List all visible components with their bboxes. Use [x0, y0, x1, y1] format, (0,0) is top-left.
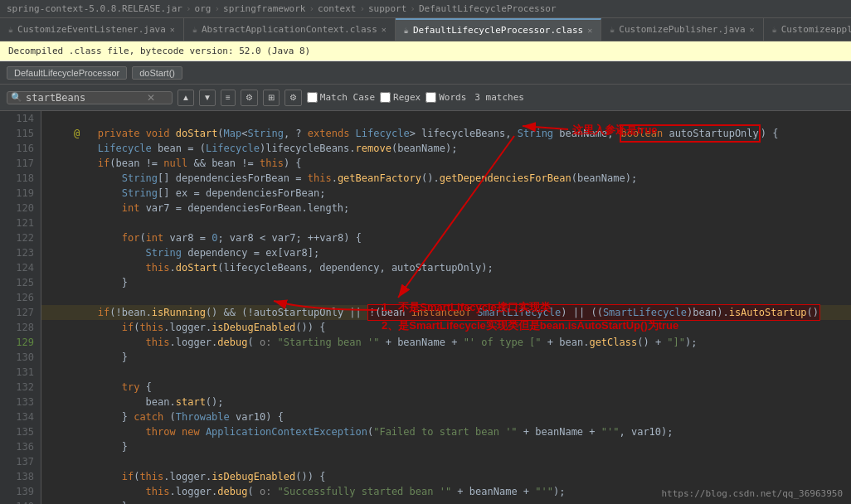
- match-case-group: Match Case: [307, 92, 375, 103]
- search-bar: 🔍 ✕ ▲ ▼ ≡ ⚙ ⊞ ⚙ Match Case Regex Words 3…: [0, 85, 851, 111]
- code-line-139: this.logger.debug( o: "Successfully star…: [41, 484, 851, 499]
- toolbar: DefaultLifecycleProcessor doStart(): [0, 61, 851, 85]
- breadcrumb-item[interactable]: support: [368, 3, 406, 14]
- line-118: 118: [3, 171, 34, 186]
- code-line-123: String dependency = ex[var8];: [41, 245, 851, 260]
- regex-text: Regex: [393, 92, 421, 103]
- line-115: 115: [3, 126, 34, 141]
- code-editor[interactable]: @ private void doStart(Map<String, ? ext…: [41, 111, 851, 504]
- line-130: 130: [3, 350, 34, 365]
- search-input-wrapper: 🔍 ✕: [7, 91, 173, 104]
- code-line-134: } catch (Throwable var10) {: [41, 410, 851, 424]
- tab-label: Customizeapplica...: [781, 24, 851, 35]
- code-line-136: }: [41, 439, 851, 454]
- search-input[interactable]: [26, 92, 142, 104]
- search-filter-button[interactable]: ⊞: [263, 90, 280, 106]
- search-next-button[interactable]: ▼: [199, 90, 216, 106]
- search-prev-button[interactable]: ▲: [177, 90, 194, 106]
- line-123: 123: [3, 245, 34, 260]
- line-120: 120: [3, 201, 34, 216]
- line-140: 140: [3, 499, 34, 504]
- line-122: 122: [3, 230, 34, 245]
- code-line-126: [41, 290, 851, 305]
- regex-checkbox[interactable]: [380, 92, 391, 103]
- match-count: 3 matches: [474, 92, 524, 103]
- line-132: 132: [3, 380, 34, 395]
- breadcrumb-item[interactable]: spring-context-5.0.8.RELEASE.jar: [7, 3, 182, 14]
- line-116: 116: [3, 141, 34, 156]
- java-file-icon: ☕: [8, 25, 13, 34]
- tab-bar: ☕ CustomizeEventListener.java ✕ ☕ Abstra…: [0, 18, 851, 41]
- tab-customize-publisher[interactable]: ☕ CustomizePublisher.java ✕: [601, 18, 763, 41]
- tab-close-icon[interactable]: ✕: [587, 26, 592, 35]
- line-138: 138: [3, 469, 34, 484]
- tab-label: DefaultLifecycleProcessor.class: [413, 25, 583, 36]
- code-line-121: [41, 216, 851, 230]
- tab-customize-event-listener[interactable]: ☕ CustomizeEventListener.java ✕: [0, 18, 184, 41]
- code-line-135: throw new ApplicationContextException("F…: [41, 424, 851, 439]
- java-file-icon: ☕: [772, 25, 777, 34]
- match-case-text: Match Case: [320, 92, 375, 103]
- search-icon: 🔍: [11, 92, 22, 103]
- words-checkbox[interactable]: [426, 92, 436, 103]
- regex-group: Regex: [380, 92, 421, 103]
- code-line-117: if(bean != null && bean != this) {: [41, 156, 851, 171]
- match-case-checkbox[interactable]: [307, 92, 318, 103]
- editor-area: 114 115 116 117 118 119 120 121 122 123 …: [0, 111, 851, 504]
- match-case-label[interactable]: Match Case: [307, 92, 375, 103]
- line-128: 128: [3, 320, 34, 335]
- line-136: 136: [3, 439, 34, 454]
- tab-abstract-app-context[interactable]: ☕ AbstractApplicationContext.class ✕: [184, 18, 396, 41]
- tab-close-icon[interactable]: ✕: [170, 25, 175, 34]
- breadcrumb-item[interactable]: org: [195, 3, 212, 14]
- line-121: 121: [3, 216, 34, 230]
- decompiled-info-text: Decompiled .class file, bytecode version…: [8, 46, 310, 56]
- code-line-127: if(!bean.isRunning() && (!autoStartupOnl…: [41, 305, 851, 320]
- breadcrumb-item[interactable]: springframework: [223, 3, 305, 14]
- tab-customize-applica[interactable]: ☕ Customizeapplica... ✕: [764, 18, 851, 41]
- line-114: 114: [3, 111, 34, 126]
- line-131: 131: [3, 365, 34, 380]
- words-label[interactable]: Words: [426, 92, 466, 103]
- line-127: 127: [3, 305, 34, 320]
- tab-close-icon[interactable]: ✕: [382, 25, 387, 34]
- words-group: Words: [426, 92, 466, 103]
- tab-close-icon[interactable]: ✕: [750, 25, 755, 34]
- code-line-128: if(this.logger.isDebugEnabled()) {: [41, 320, 851, 335]
- line-125: 125: [3, 275, 34, 290]
- breadcrumb-item[interactable]: context: [318, 3, 356, 14]
- line-134: 134: [3, 410, 34, 424]
- line-129: 129: [3, 335, 34, 350]
- breadcrumb-item[interactable]: DefaultLifecycleProcessor: [419, 3, 557, 14]
- tab-label: CustomizeEventListener.java: [17, 24, 166, 35]
- code-line-130: }: [41, 350, 851, 365]
- line-126: 126: [3, 290, 34, 305]
- tab-label: CustomizePublisher.java: [619, 24, 745, 35]
- code-line-125: }: [41, 275, 851, 290]
- line-139: 139: [3, 484, 34, 499]
- code-line-120: int var7 = dependenciesForBean.length;: [41, 201, 851, 216]
- class-breadcrumb-button[interactable]: DefaultLifecycleProcessor: [7, 66, 127, 80]
- line-137: 137: [3, 454, 34, 469]
- code-line-118: String[] dependenciesForBean = this.getB…: [41, 171, 851, 186]
- code-line-129: this.logger.debug( o: "Starting bean '" …: [41, 335, 851, 350]
- code-line-124: this.doStart(lifecycleBeans, dependency,…: [41, 260, 851, 275]
- code-line-138: if(this.logger.isDebugEnabled()) {: [41, 469, 851, 484]
- line-135: 135: [3, 424, 34, 439]
- code-line-119: String[] ex = dependenciesForBean;: [41, 186, 851, 201]
- search-highlight-button[interactable]: ≡: [221, 90, 236, 106]
- tab-label: AbstractApplicationContext.class: [202, 24, 377, 35]
- tab-default-lifecycle-processor[interactable]: ☕ DefaultLifecycleProcessor.class ✕: [396, 18, 601, 41]
- line-133: 133: [3, 395, 34, 410]
- java-file-icon: ☕: [610, 25, 615, 34]
- info-bar: Decompiled .class file, bytecode version…: [0, 41, 851, 61]
- search-settings-button[interactable]: ⚙: [284, 90, 302, 106]
- code-line-133: bean.start();: [41, 395, 851, 410]
- search-clear-button[interactable]: ✕: [145, 92, 157, 104]
- code-line-137: [41, 454, 851, 469]
- regex-label[interactable]: Regex: [380, 92, 421, 103]
- search-options-button[interactable]: ⚙: [241, 90, 258, 106]
- method-breadcrumb-button[interactable]: doStart(): [132, 66, 182, 80]
- line-117: 117: [3, 156, 34, 171]
- code-line-116: Lifecycle bean = (Lifecycle)lifecycleBea…: [41, 141, 851, 156]
